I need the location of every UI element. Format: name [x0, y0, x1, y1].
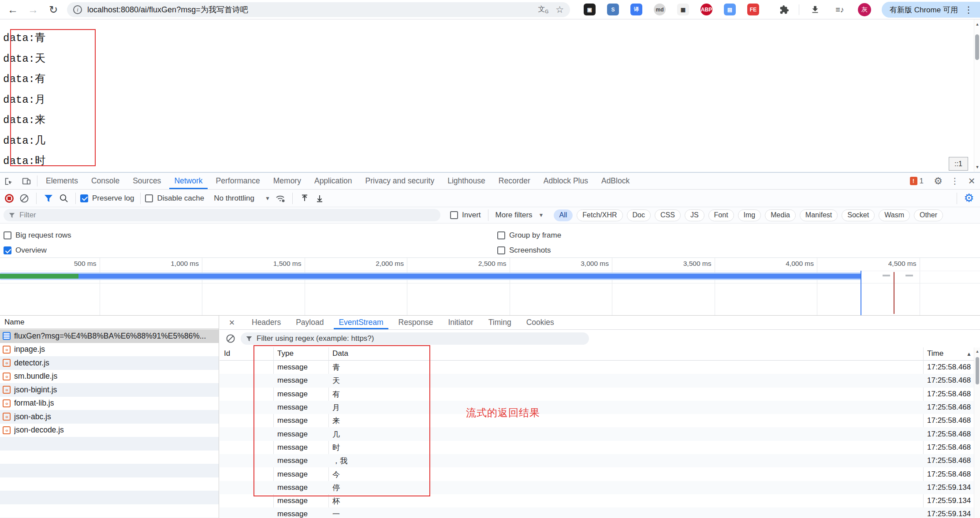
forward-icon[interactable]: →	[26, 2, 41, 17]
devtools-tab[interactable]: Lighthouse	[441, 173, 492, 189]
group-by-frame-toggle[interactable]: Group by frame	[497, 229, 561, 242]
detail-tab[interactable]: Initiator	[440, 316, 481, 329]
media-playlist-icon[interactable]: ≡♪	[833, 3, 846, 16]
resource-type-chip[interactable]: Other	[914, 209, 943, 221]
eventstream-row[interactable]: message 青 17:25:58.468	[220, 361, 980, 374]
filter-input[interactable]: Filter	[4, 209, 440, 221]
devtools-tab[interactable]: Performance	[209, 173, 267, 189]
network-settings-gear-icon[interactable]: ⚙	[961, 191, 976, 206]
filter-funnel-icon[interactable]	[41, 191, 56, 206]
more-menu-icon[interactable]: ⋮	[964, 4, 973, 15]
screenshots-checkbox[interactable]	[497, 246, 505, 254]
close-detail-icon[interactable]: ×	[220, 316, 244, 329]
fluxGen?msg=%E4%B8%BA%E6%88%91%E5%86%...[interactable]: fluxGen?msg=%E4%B8%BA%E6%88%91%E5%86%...	[0, 329, 219, 343]
more-menu-icon[interactable]: ⋮	[946, 173, 963, 189]
timeline-ruler[interactable]: 500 ms1,000 ms1,500 ms2,000 ms2,500 ms3,…	[0, 258, 920, 315]
resource-type-chip[interactable]: Font	[708, 209, 734, 221]
eventstream-scrollbar[interactable]: ▲	[974, 347, 980, 518]
invert-checkbox[interactable]	[450, 211, 458, 219]
s-extension-icon[interactable]: S	[607, 4, 619, 15]
big-request-rows-checkbox[interactable]	[4, 231, 11, 239]
disable-cache-toggle[interactable]: Disable cache	[145, 194, 204, 203]
data-column-header[interactable]: Data	[332, 349, 348, 358]
eventstream-row[interactable]: message 时 17:25:58.468	[220, 441, 980, 454]
translate-extension-icon[interactable]: 译	[630, 4, 642, 15]
scroll-up-icon[interactable]: ▲	[975, 349, 980, 354]
eventstream-row[interactable]: message 今 17:25:58.468	[220, 467, 980, 481]
device-toolbar-icon[interactable]	[18, 173, 35, 189]
type-column-header[interactable]: Type	[277, 349, 294, 358]
detail-tab[interactable]: Cookies	[519, 316, 562, 329]
eventstream-row[interactable]: message 月 17:25:58.468	[220, 401, 980, 414]
overview-timeline-bar[interactable]	[0, 272, 861, 280]
scroll-down-icon[interactable]: ▼	[975, 165, 980, 169]
eventstream-row[interactable]: message 杯 17:25:59.134	[220, 494, 980, 507]
resource-type-chip[interactable]: Media	[765, 209, 796, 221]
resource-type-chip[interactable]: All	[554, 209, 573, 221]
devtools-tab[interactable]: Console	[85, 173, 126, 189]
scrollbar-thumb[interactable]	[976, 357, 979, 384]
devtools-tab[interactable]: Sources	[126, 173, 168, 189]
resource-type-chip[interactable]: Doc	[627, 209, 651, 221]
eventstream-row[interactable]: message 一 17:25:59.134	[220, 507, 980, 518]
eventstream-row[interactable]: message 有 17:25:58.468	[220, 388, 980, 401]
eventstream-row[interactable]: message 几 17:25:58.468	[220, 427, 980, 440]
record-network-log-icon[interactable]	[2, 191, 17, 206]
screenshots-toggle[interactable]: Screenshots	[497, 244, 551, 257]
export-har-icon[interactable]	[312, 191, 327, 206]
throttling-dropdown[interactable]: No throttling ▼	[214, 194, 270, 203]
settings-gear-icon[interactable]: ⚙	[930, 173, 946, 189]
resource-type-chip[interactable]: JS	[685, 209, 704, 221]
resource-type-chip[interactable]: Fetch/XHR	[577, 209, 622, 221]
url-text[interactable]: localhost:8080/ai/fluxGen?msg=为我写首诗吧	[87, 4, 538, 15]
format-lib.js[interactable]: format-lib.js	[0, 397, 219, 410]
overview-toggle[interactable]: Overview	[4, 244, 47, 257]
invert-toggle[interactable]: Invert	[450, 211, 481, 220]
detail-tab[interactable]: Response	[391, 316, 441, 329]
eventstream-row[interactable]: message 来 17:25:58.468	[220, 414, 980, 427]
devtools-tab[interactable]: Network	[168, 173, 209, 189]
sort-asc-icon[interactable]: ▲	[966, 351, 972, 357]
search-icon[interactable]	[56, 191, 71, 206]
adblock-plus-extension-icon[interactable]: ABP	[701, 4, 712, 15]
network-conditions-icon[interactable]	[273, 191, 288, 206]
json-bigint.js[interactable]: json-bigint.js	[0, 383, 219, 397]
reload-icon[interactable]: ↻	[46, 2, 61, 17]
translate-page-icon[interactable]: 文G	[538, 5, 548, 14]
back-icon[interactable]: ←	[5, 2, 20, 17]
avatar[interactable]: 灰	[858, 3, 871, 16]
detail-tab[interactable]: Headers	[244, 316, 288, 329]
devtools-tab[interactable]: Privacy and security	[359, 173, 441, 189]
resource-type-chip[interactable]: Socket	[842, 209, 875, 221]
chrome-update-button[interactable]: 有新版 Chrome 可用 ⋮	[882, 2, 980, 18]
name-column-header[interactable]: Name	[0, 316, 219, 329]
download-icon[interactable]	[809, 3, 822, 16]
extensions-puzzle-icon[interactable]	[778, 3, 791, 16]
page-scrollbar[interactable]: ▲ ▼	[974, 19, 980, 172]
address-bar[interactable]: i localhost:8080/ai/fluxGen?msg=为我写首诗吧 文…	[67, 2, 570, 17]
inpage.js[interactable]: inpage.js	[0, 343, 219, 357]
dark-theme-extension-icon[interactable]: ▣	[584, 4, 596, 15]
eventstream-row[interactable]: message 天 17:25:58.468	[220, 374, 980, 387]
id-column-header[interactable]: Id	[224, 349, 230, 358]
clear-network-log-icon[interactable]	[17, 191, 32, 206]
resource-type-chip[interactable]: Manifest	[800, 209, 838, 221]
screenshot-extension-icon[interactable]: ▤	[724, 4, 736, 15]
disable-cache-checkbox[interactable]	[145, 194, 153, 202]
resource-type-chip[interactable]: Img	[738, 209, 761, 221]
time-column-header[interactable]: Time	[927, 349, 943, 358]
detail-tab[interactable]: Payload	[288, 316, 331, 329]
detail-tab[interactable]: EventStream	[331, 316, 391, 329]
inspect-element-icon[interactable]	[0, 173, 18, 189]
close-devtools-icon[interactable]: ×	[963, 173, 980, 189]
devtools-tab[interactable]: Memory	[267, 173, 308, 189]
devtools-tab[interactable]: Adblock Plus	[537, 173, 595, 189]
json-decode.js[interactable]: json-decode.js	[0, 424, 219, 437]
resource-type-chip[interactable]: CSS	[655, 209, 681, 221]
detail-tab[interactable]: Timing	[481, 316, 519, 329]
overview-checkbox[interactable]	[4, 246, 11, 254]
devtools-tab[interactable]: Application	[308, 173, 359, 189]
group-by-frame-checkbox[interactable]	[497, 231, 505, 239]
qr-code-extension-icon[interactable]: ▦	[677, 4, 689, 15]
devtools-tab[interactable]: Recorder	[492, 173, 537, 189]
